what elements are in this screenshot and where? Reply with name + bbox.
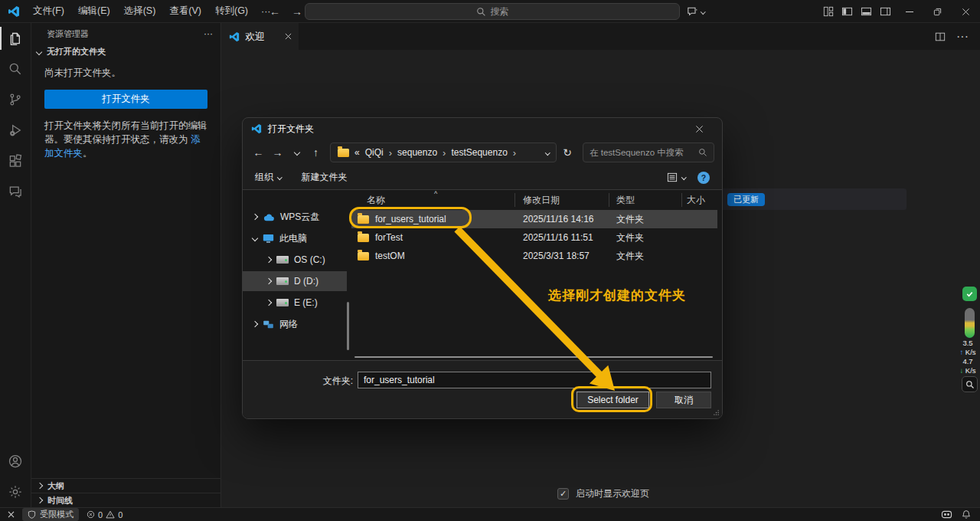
dialog-search-box[interactable]: 在 testSequenzo 中搜索: [583, 143, 714, 162]
remote-indicator-icon[interactable]: [0, 510, 22, 519]
file-date: 2025/11/16 11:51: [523, 228, 593, 247]
select-folder-button[interactable]: Select folder: [577, 392, 649, 408]
chat-icon[interactable]: [0, 176, 31, 207]
toggle-sidebar-icon[interactable]: [838, 0, 857, 23]
section-no-folder[interactable]: 无打开的文件夹: [31, 44, 220, 59]
timeline-label: 时间线: [47, 495, 73, 506]
breadcrumb-sequenzo[interactable]: sequenzo: [397, 147, 437, 158]
up-arrow-icon: ↑: [959, 348, 963, 356]
tree-item-network[interactable]: 网络: [243, 314, 347, 334]
view-mode-button[interactable]: [667, 172, 686, 182]
folder-name-input[interactable]: [358, 372, 711, 388]
new-folder-button[interactable]: 新建文件夹: [302, 171, 348, 184]
sidebar-more-icon[interactable]: ···: [204, 28, 213, 39]
editor-more-icon[interactable]: ···: [956, 30, 969, 44]
settings-gear-icon[interactable]: [0, 477, 31, 507]
outline-panel-header[interactable]: 大纲: [31, 478, 220, 493]
extensions-icon[interactable]: [0, 146, 31, 176]
nav-up-icon[interactable]: ↑: [306, 143, 325, 162]
status-bar: 受限模式 0 0: [0, 507, 980, 521]
address-dropdown-icon[interactable]: [545, 150, 550, 155]
forward-arrow-icon[interactable]: →: [292, 5, 302, 18]
menu-file[interactable]: 文件(F): [26, 3, 71, 20]
tree-label: E (E:): [294, 297, 318, 308]
breadcrumb-qiqi[interactable]: QiQi: [365, 147, 384, 158]
chevron-down-icon: [681, 175, 686, 179]
menu-edit[interactable]: 编辑(E): [71, 3, 117, 20]
column-date[interactable]: 修改日期: [523, 190, 560, 210]
nav-back-icon[interactable]: ←: [249, 143, 268, 162]
restricted-mode-badge[interactable]: 受限模式: [22, 508, 79, 521]
source-control-icon[interactable]: [0, 84, 31, 115]
file-row-for-users-tutorial[interactable]: for_users_tutorial 2025/11/16 14:16 文件夹: [351, 210, 717, 228]
menu-view[interactable]: 查看(V): [162, 3, 208, 20]
warning-count: 0: [118, 510, 122, 519]
menu-selection[interactable]: 选择(S): [117, 3, 163, 20]
open-folder-button[interactable]: 打开文件夹: [44, 90, 207, 109]
column-divider[interactable]: [681, 193, 682, 207]
file-name: testOM: [375, 251, 405, 261]
column-type[interactable]: 类型: [616, 190, 635, 210]
timeline-panel-header[interactable]: 时间线: [31, 493, 220, 507]
account-icon[interactable]: [0, 446, 31, 477]
security-shield-icon[interactable]: [962, 287, 977, 301]
notifications-bell-icon[interactable]: [962, 510, 971, 519]
refresh-icon[interactable]: ↻: [557, 143, 578, 162]
cancel-button[interactable]: 取消: [656, 392, 711, 408]
copilot-status-icon[interactable]: [941, 510, 952, 519]
outline-label: 大纲: [47, 480, 64, 492]
toggle-secondary-sidebar-icon[interactable]: [876, 0, 895, 23]
tree-item-wps-cloud[interactable]: WPS云盘: [243, 207, 347, 227]
problems-indicator[interactable]: 0 0: [87, 510, 122, 519]
command-search-box[interactable]: 搜索: [305, 3, 680, 20]
close-window-button[interactable]: [952, 0, 980, 23]
breadcrumb-overflow[interactable]: «: [354, 147, 360, 158]
help-icon[interactable]: ?: [697, 172, 710, 184]
resize-grip[interactable]: [714, 410, 719, 415]
file-row-testom[interactable]: testOM 2025/3/31 18:57 文件夹: [351, 247, 717, 265]
organize-button[interactable]: 组织: [255, 171, 282, 184]
chevron-right-icon: [266, 257, 272, 263]
column-name[interactable]: 名称: [367, 190, 385, 210]
search-icon: [476, 7, 486, 17]
split-editor-icon[interactable]: [935, 31, 946, 42]
tree-scrollbar[interactable]: [347, 302, 349, 350]
minimize-button[interactable]: [895, 0, 923, 23]
checkbox-icon[interactable]: ✓: [557, 488, 569, 500]
column-divider[interactable]: [609, 193, 609, 207]
run-debug-icon[interactable]: [0, 115, 31, 146]
tab-close-icon[interactable]: [285, 33, 292, 40]
breadcrumb-testsequenzo[interactable]: testSequenzo: [451, 147, 507, 158]
folder-icon: [358, 215, 369, 224]
screen-search-icon[interactable]: [962, 376, 978, 392]
restore-button[interactable]: [923, 0, 952, 23]
dialog-close-icon[interactable]: [684, 118, 714, 139]
download-unit: ↓ K/s: [954, 366, 980, 375]
places-tree: WPS云盘 此电脑 OS (C:) D (D:) E (E:): [243, 190, 350, 362]
tree-item-drive-e[interactable]: E (E:): [243, 293, 347, 313]
nav-forward-icon[interactable]: →: [268, 143, 287, 162]
customize-layout-icon[interactable]: [818, 0, 838, 23]
file-row-fortest[interactable]: forTest 2025/11/16 11:51 文件夹: [351, 228, 717, 247]
search-icon[interactable]: [0, 54, 31, 84]
memory-gauge[interactable]: [965, 308, 975, 338]
vscode-logo-icon: [8, 5, 20, 18]
back-arrow-icon[interactable]: ←: [270, 5, 280, 18]
tree-item-drive-d[interactable]: D (D:): [243, 271, 347, 291]
address-breadcrumb[interactable]: « QiQi › sequenzo › testSequenzo ›: [330, 143, 557, 162]
tree-item-drive-c[interactable]: OS (C:): [243, 250, 347, 270]
chevron-right-icon: [266, 278, 272, 284]
tree-item-this-pc[interactable]: 此电脑: [243, 228, 347, 248]
nav-recent-chevron-icon[interactable]: [287, 143, 306, 162]
menu-goto[interactable]: 转到(G): [208, 3, 255, 20]
explorer-icon[interactable]: [0, 23, 31, 54]
tab-welcome[interactable]: 欢迎: [222, 23, 299, 50]
horizontal-scrollbar[interactable]: [354, 356, 713, 358]
organize-label: 组织: [255, 171, 273, 184]
column-divider[interactable]: [514, 193, 515, 207]
copilot-menu[interactable]: [687, 0, 705, 23]
column-size[interactable]: 大小: [687, 190, 705, 210]
toggle-panel-icon[interactable]: [857, 0, 876, 23]
dialog-titlebar[interactable]: 打开文件夹: [243, 118, 722, 139]
show-welcome-checkbox[interactable]: ✓ 启动时显示欢迎页: [557, 487, 649, 500]
